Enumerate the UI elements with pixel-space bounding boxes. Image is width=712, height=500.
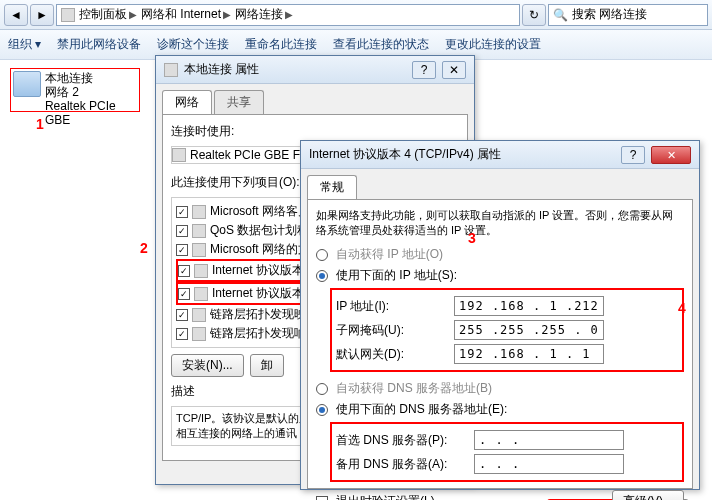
tb-settings[interactable]: 更改此连接的设置 (445, 36, 541, 53)
advanced-button[interactable]: 高级(V)... (612, 490, 684, 500)
folder-icon (61, 8, 75, 22)
forward-button[interactable]: ► (30, 4, 54, 26)
close-button[interactable]: ✕ (442, 61, 466, 79)
ip-fields-box: IP 地址(I):192 .168 . 1 .212 子网掩码(U):255 .… (330, 288, 684, 372)
mask-input[interactable]: 255 .255 .255 . 0 (454, 320, 604, 340)
conn-dev: Realtek PCIe GBE (45, 99, 137, 127)
close-button[interactable]: ✕ (651, 146, 691, 164)
nic-icon (172, 148, 186, 162)
tab-network[interactable]: 网络 (162, 90, 212, 114)
tab-sharing[interactable]: 共享 (214, 90, 264, 114)
tb-status[interactable]: 查看此连接的状态 (333, 36, 429, 53)
annotation-4: 4 (678, 300, 686, 316)
ipv4-properties-window: Internet 协议版本 4 (TCP/IPv4) 属性 ? ✕ 常规 如果网… (300, 140, 700, 490)
connection-item[interactable]: 本地连接 网络 2 Realtek PCIe GBE (10, 68, 140, 112)
help-button[interactable]: ? (621, 146, 645, 164)
back-button[interactable]: ◄ (4, 4, 28, 26)
organize-menu[interactable]: 组织 ▾ (8, 36, 41, 53)
uninstall-button[interactable]: 卸 (250, 354, 284, 377)
tb-rename[interactable]: 重命名此连接 (245, 36, 317, 53)
dns2-input[interactable]: . . . (474, 454, 624, 474)
validate-checkbox[interactable] (316, 496, 328, 501)
address-bar[interactable]: 控制面板▶ 网络和 Internet▶ 网络连接▶ (56, 4, 520, 26)
gateway-input[interactable]: 192 .168 . 1 . 1 (454, 344, 604, 364)
adapter-icon (13, 71, 41, 97)
radio-manual-ip[interactable] (316, 270, 328, 282)
ip-input[interactable]: 192 .168 . 1 .212 (454, 296, 604, 316)
label-connect-using: 连接时使用: (171, 123, 459, 140)
annotation-2: 2 (140, 240, 148, 256)
conn-name: 本地连接 (45, 71, 137, 85)
dns-fields-box: 首选 DNS 服务器(P):. . . 备用 DNS 服务器(A):. . . (330, 422, 684, 482)
radio-manual-dns[interactable] (316, 404, 328, 416)
conn-net: 网络 2 (45, 85, 137, 99)
win2-title: 本地连接 属性 (184, 61, 259, 78)
search-input[interactable]: 🔍 搜索 网络连接 (548, 4, 708, 26)
annotation-1: 1 (36, 116, 44, 132)
radio-auto-ip[interactable] (316, 249, 328, 261)
intro-text: 如果网络支持此功能，则可以获取自动指派的 IP 设置。否则，您需要从网络系统管理… (316, 208, 684, 238)
tb-disable[interactable]: 禁用此网络设备 (57, 36, 141, 53)
explorer-nav: ◄ ► 控制面板▶ 网络和 Internet▶ 网络连接▶ ↻ 🔍 搜索 网络连… (0, 0, 712, 30)
dns1-input[interactable]: . . . (474, 430, 624, 450)
tb-diagnose[interactable]: 诊断这个连接 (157, 36, 229, 53)
refresh-button[interactable]: ↻ (522, 4, 546, 26)
help-button[interactable]: ? (412, 61, 436, 79)
win3-title: Internet 协议版本 4 (TCP/IPv4) 属性 (309, 146, 501, 163)
radio-auto-dns (316, 383, 328, 395)
window-icon (164, 63, 178, 77)
install-button[interactable]: 安装(N)... (171, 354, 244, 377)
annotation-3: 3 (468, 230, 476, 246)
tab-general[interactable]: 常规 (307, 175, 357, 199)
